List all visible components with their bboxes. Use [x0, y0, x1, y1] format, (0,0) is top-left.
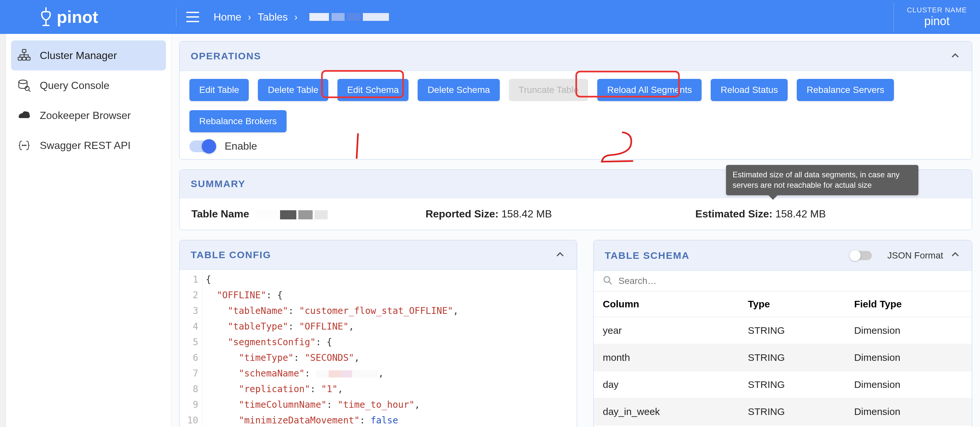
breadcrumb: Home › Tables ›	[212, 11, 389, 23]
schema-col-fieldtype[interactable]: Field Type	[845, 291, 972, 317]
table-name-value-redacted	[255, 210, 328, 219]
chevron-up-icon[interactable]	[950, 50, 961, 62]
json-format-label: JSON Format	[888, 250, 943, 261]
schema-search-input[interactable]	[619, 276, 963, 286]
cluster-name-label: CLUSTER NAME	[907, 6, 967, 14]
svg-rect-2	[22, 57, 26, 60]
reload-status-button[interactable]: Reload Status	[711, 79, 788, 101]
code-gutter: 12345678910	[180, 270, 202, 427]
schema-cell-type: STRING	[739, 398, 845, 425]
sidebar-item-zookeeper-browser[interactable]: Zookeeper Browser	[11, 100, 166, 130]
delete-schema-button[interactable]: Delete Schema	[418, 79, 500, 101]
logo-text: pinot	[57, 7, 98, 27]
summary-reported-size: Reported Size: 158.42 MB	[425, 208, 552, 220]
enable-label: Enable	[224, 140, 257, 152]
operation-buttons: Edit Table Delete Table Edit Schema Dele…	[189, 79, 962, 132]
zookeeper-icon	[16, 108, 32, 123]
cluster-icon	[16, 48, 32, 63]
app-header: pinot Home › Tables › CLUSTER NAME pinot	[0, 0, 980, 34]
query-icon	[16, 78, 32, 93]
code-content: { "OFFLINE": { "tableName": "customer_fl…	[202, 270, 461, 427]
svg-point-6	[22, 145, 23, 146]
table-config-code[interactable]: 12345678910 { "OFFLINE": { "tableName": …	[180, 270, 577, 427]
table-row: day STRING Dimension	[594, 371, 972, 398]
breadcrumb-tables[interactable]: Tables	[258, 11, 288, 23]
reported-size-label: Reported Size:	[425, 208, 498, 220]
operations-header[interactable]: OPERATIONS	[180, 41, 972, 71]
table-schema-panel: TABLE SCHEMA JSON Format	[593, 240, 972, 427]
summary-table-name: Table Name	[191, 208, 328, 220]
pinot-logo-icon	[39, 7, 53, 27]
edit-table-button[interactable]: Edit Table	[189, 79, 249, 101]
schema-cell-column: day	[594, 371, 739, 398]
table-row: day_in_week STRING Dimension	[594, 398, 972, 425]
menu-toggle-icon[interactable]	[186, 12, 199, 22]
svg-point-8	[25, 145, 26, 146]
operations-panel: OPERATIONS Edit Table Delete Table Edit …	[179, 41, 972, 160]
delete-table-button[interactable]: Delete Table	[258, 79, 328, 101]
enable-toggle[interactable]	[189, 140, 215, 152]
schema-cell-ftype: Dimension	[845, 398, 972, 425]
breadcrumb-home[interactable]: Home	[213, 11, 241, 23]
sidebar-item-label: Swagger REST API	[40, 140, 131, 152]
schema-cell-ftype: Dimension	[845, 344, 972, 371]
rebalance-brokers-button[interactable]: Rebalance Brokers	[189, 110, 286, 132]
table-row: year STRING Dimension	[594, 317, 972, 344]
table-config-panel: TABLE CONFIG 12345678910 { "OFFLINE": { …	[179, 240, 577, 427]
header-divider	[176, 7, 177, 27]
edit-schema-button[interactable]: Edit Schema	[337, 79, 409, 101]
sidebar-item-swagger[interactable]: Swagger REST API	[11, 130, 166, 160]
schema-col-column[interactable]: Column	[594, 291, 739, 317]
schema-cell-column: day_in_week	[594, 398, 739, 425]
chevron-up-icon[interactable]	[555, 249, 566, 261]
schema-cell-column: year	[594, 317, 739, 344]
estimated-size-label: Estimated Size:	[695, 208, 773, 220]
reload-all-segments-button[interactable]: Reload All Segments	[597, 79, 702, 101]
table-schema-header[interactable]: TABLE SCHEMA JSON Format	[594, 240, 972, 271]
chevron-right-icon: ›	[248, 11, 251, 22]
table-schema-title: TABLE SCHEMA	[605, 250, 689, 261]
operations-title: OPERATIONS	[191, 51, 261, 62]
estimated-size-tooltip: Estimated size of all data segments, in …	[726, 165, 918, 195]
truncate-table-button: Truncate Table	[509, 79, 589, 101]
sidebar: Cluster Manager Query Console Zookeeper …	[6, 34, 172, 427]
sidebar-item-query-console[interactable]: Query Console	[11, 70, 166, 100]
sidebar-item-label: Query Console	[40, 79, 109, 92]
svg-rect-1	[18, 57, 22, 60]
summary-estimated-size: Estimated Size: 158.42 MB	[695, 208, 826, 220]
table-row: month STRING Dimension	[594, 344, 972, 371]
table-config-title: TABLE CONFIG	[191, 249, 271, 260]
table-name-label: Table Name	[191, 208, 249, 220]
sidebar-item-label: Zookeeper Browser	[40, 110, 131, 122]
sidebar-item-label: Cluster Manager	[40, 49, 117, 62]
reported-size-value: 158.42 MB	[501, 208, 552, 220]
schema-cell-ftype: Dimension	[845, 317, 972, 344]
swagger-icon	[16, 138, 32, 153]
window-scrollbar[interactable]	[0, 34, 6, 427]
summary-panel: SUMMARY Table Name Reported Size: 158.42…	[179, 170, 972, 230]
cluster-name-value: pinot	[907, 14, 967, 28]
table-config-header[interactable]: TABLE CONFIG	[180, 240, 577, 270]
chevron-up-icon[interactable]	[950, 249, 961, 262]
svg-rect-3	[26, 57, 30, 60]
svg-rect-0	[22, 49, 26, 52]
chevron-right-icon: ›	[294, 11, 298, 22]
schema-cell-ftype: Dimension	[845, 371, 972, 398]
summary-title: SUMMARY	[191, 178, 245, 189]
breadcrumb-current-redacted	[309, 13, 389, 21]
logo[interactable]: pinot	[0, 7, 166, 27]
search-icon	[603, 275, 612, 287]
main-content: OPERATIONS Edit Table Delete Table Edit …	[172, 34, 980, 427]
estimated-size-value: 158.42 MB	[775, 208, 826, 220]
schema-cell-type: STRING	[739, 344, 845, 371]
svg-point-4	[19, 80, 27, 84]
schema-col-type[interactable]: Type	[739, 291, 845, 317]
cluster-info: CLUSTER NAME pinot	[894, 3, 980, 31]
sidebar-item-cluster-manager[interactable]: Cluster Manager	[11, 40, 166, 70]
svg-point-7	[24, 145, 25, 146]
schema-cell-type: STRING	[739, 317, 845, 344]
schema-cell-column: month	[594, 344, 739, 371]
schema-table: Column Type Field Type year STRING Dimen…	[594, 291, 972, 425]
json-format-toggle[interactable]	[850, 251, 872, 260]
rebalance-servers-button[interactable]: Rebalance Servers	[797, 79, 894, 101]
